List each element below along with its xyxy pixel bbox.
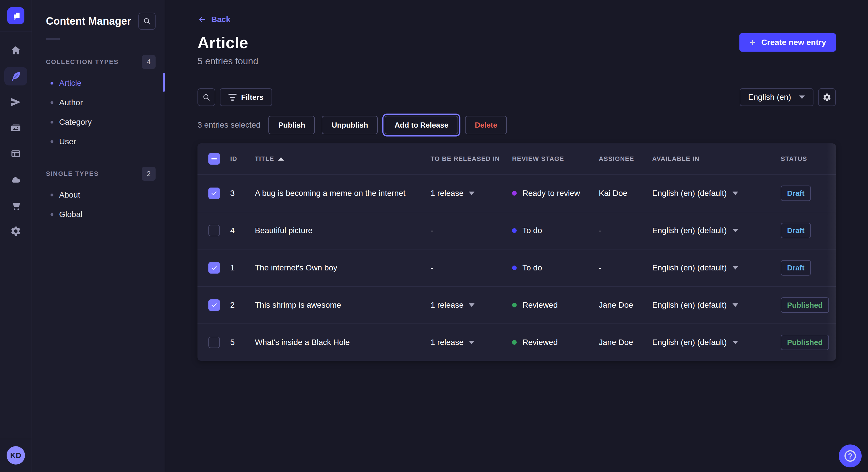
check-icon [211,190,218,197]
filters-button[interactable]: Filters [220,88,272,106]
cell-assignee: - [599,226,652,235]
sidebar-item-label: User [59,137,76,146]
cell-id: 1 [230,263,255,272]
back-link[interactable]: Back [197,15,230,24]
table-row[interactable]: 3 A bug is becoming a meme on the intern… [197,174,836,212]
status-badge: Draft [781,186,811,201]
cell-title: Beautiful picture [255,226,431,235]
collection-types-count: 4 [142,55,156,69]
delete-button[interactable]: Delete [465,116,507,134]
cell-assignee: Jane Doe [599,338,652,347]
cell-title: A bug is becoming a meme on the internet [255,189,431,198]
deploy-cloud-icon [10,174,22,185]
table-row[interactable]: 5 What's inside a Black Hole 1 release R… [197,324,836,361]
entries-count-subtitle: 5 entries found [197,56,258,67]
rail-footer: KD [0,439,32,472]
header-title-sort[interactable]: TITLE [255,155,431,163]
sidebar-item-article[interactable]: Article [46,73,156,93]
cell-release: 1 release [431,301,464,310]
single-types-label: SINGLE TYPES [46,170,99,177]
search-icon [143,17,151,25]
header-available-in[interactable]: AVAILABLE IN [652,155,781,163]
cell-review-stage: Ready to review [522,189,580,198]
status-badge: Published [781,297,829,313]
cell-release: - [431,263,433,272]
publish-button[interactable]: Publish [268,116,315,134]
rail-settings-button[interactable] [4,222,27,240]
single-types-count: 2 [142,167,156,181]
main-content: Back Article 5 entries found Create new … [165,0,868,472]
strapi-logo-glyph [9,9,22,22]
home-button[interactable] [4,41,27,60]
bullet-icon [51,140,53,143]
bullet-icon [51,121,53,124]
sidebar-item-global[interactable]: Global [46,205,156,224]
locale-dropdown-icon[interactable] [733,229,738,232]
bullet-icon [51,101,53,104]
row-checkbox[interactable] [208,337,220,348]
content-manager-button[interactable] [4,67,27,86]
content-manager-icon [10,71,22,82]
sidebar-item-about[interactable]: About [46,185,156,205]
review-stage-dot [512,340,517,345]
table-row[interactable]: 2 This shrimp is awesome 1 release Revie… [197,286,836,324]
page-title: Article [197,33,258,52]
release-dropdown-icon[interactable] [469,303,474,307]
release-dropdown-icon[interactable] [469,341,474,344]
sidebar-search-button[interactable] [138,12,156,30]
entries-table: ID TITLE TO BE RELEASED IN REVIEW STAGE … [197,143,836,361]
sidebar-item-user[interactable]: User [46,132,156,151]
row-checkbox[interactable] [208,262,220,274]
list-search-button[interactable] [197,88,215,106]
unpublish-button[interactable]: Unpublish [322,116,378,134]
sidebar-item-label: About [59,191,80,200]
view-settings-button[interactable] [818,88,836,106]
sidebar-item-category[interactable]: Category [46,112,156,132]
row-checkbox[interactable] [208,299,220,311]
sidebar-item-label: Article [59,78,82,88]
locale-dropdown-icon[interactable] [733,192,738,195]
cell-available-in: English (en) (default) [652,226,727,235]
header-id[interactable]: ID [230,155,255,163]
check-icon [211,302,218,308]
table-row[interactable]: 1 The internet's Own boy - To do - Engli… [197,249,836,286]
header-review-stage[interactable]: REVIEW STAGE [512,155,599,163]
app-window: KD Content Manager COLLECTION TYPES 4 Ar… [0,0,868,472]
locale-select[interactable]: English (en) [740,88,813,106]
sidebar-item-label: Global [59,210,82,219]
cell-title: What's inside a Black Hole [255,338,431,347]
cell-id: 3 [230,189,255,198]
deploy-button[interactable] [4,170,27,189]
help-button[interactable]: ? [839,444,862,467]
row-checkbox[interactable] [208,188,220,199]
user-avatar[interactable]: KD [7,446,25,465]
release-dropdown-icon[interactable] [469,192,474,195]
header-assignee[interactable]: ASSIGNEE [599,155,652,163]
sidebar-item-author[interactable]: Author [46,93,156,112]
table-row[interactable]: 4 Beautiful picture - To do - English (e… [197,212,836,249]
add-to-release-button[interactable]: Add to Release [384,116,458,134]
select-all-checkbox[interactable] [208,153,220,165]
marketplace-cart-icon [10,200,22,211]
cell-id: 2 [230,301,255,310]
media-library-button[interactable] [4,119,27,137]
row-checkbox[interactable] [208,225,220,236]
locale-dropdown-icon[interactable] [733,341,738,344]
header-status[interactable]: STATUS [781,155,836,163]
review-stage-dot [512,228,517,233]
cell-release: 1 release [431,189,464,198]
cell-id: 5 [230,338,255,347]
content-type-builder-icon [10,148,22,160]
marketplace-button[interactable] [4,196,27,214]
locale-dropdown-icon[interactable] [733,303,738,307]
back-label: Back [211,15,230,24]
create-new-entry-button[interactable]: Create new entry [739,33,836,52]
locale-dropdown-icon[interactable] [733,266,738,270]
cell-release: - [431,226,433,235]
content-type-builder-button[interactable] [4,144,27,163]
strapi-logo[interactable] [7,7,24,24]
header-to-be-released-in[interactable]: TO BE RELEASED IN [431,155,512,163]
releases-button[interactable] [4,93,27,111]
cell-assignee: - [599,263,652,272]
filters-label: Filters [241,93,264,102]
